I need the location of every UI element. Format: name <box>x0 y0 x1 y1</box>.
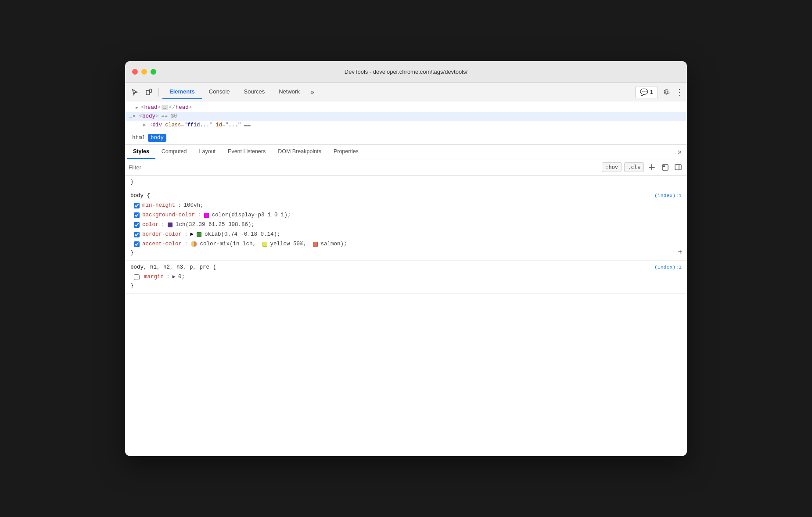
partial-line: ▶ <div class="ff1d..." id="..." ▬▬ <box>125 121 687 129</box>
breadcrumb-bar: html body <box>125 131 687 145</box>
add-property-button[interactable]: + <box>678 248 683 257</box>
style-tab-dom-breakpoints[interactable]: DOM Breakpoints <box>272 145 327 159</box>
top-toolbar: Elements Console Sources Network » 💬 1 <box>125 83 687 101</box>
add-style-rule-button[interactable] <box>647 162 657 172</box>
badge-count: 1 <box>650 89 653 95</box>
hov-button[interactable]: :hov <box>602 162 622 172</box>
color-swatch-color[interactable] <box>168 223 172 227</box>
css-rule-body-closing: } <box>130 249 682 257</box>
style-tab-computed[interactable]: Computed <box>155 145 193 159</box>
main-tabs: Elements Console Sources Network » <box>162 85 633 99</box>
devtools-window: DevTools - developer.chrome.com/tags/dev… <box>125 61 687 456</box>
titlebar: DevTools - developer.chrome.com/tags/dev… <box>125 61 687 83</box>
traffic-lights <box>132 69 156 75</box>
svg-rect-0 <box>146 90 150 95</box>
toggle-sidebar-button[interactable] <box>673 162 683 172</box>
tab-elements[interactable]: Elements <box>162 85 202 99</box>
css-rule-body-headings-closing: } <box>130 282 682 290</box>
css-rule-prev-closing: } <box>125 176 687 189</box>
css-prop-min-height: min-height : 100vh; <box>130 201 682 210</box>
css-prop-color: color : lch(32.39 61.25 308.86); <box>130 220 682 230</box>
css-prop-border-color: border-color : ▶ oklab(0.74 -0.18 0.14); <box>130 230 682 239</box>
style-tab-properties[interactable]: Properties <box>327 145 365 159</box>
device-mode-icon[interactable] <box>143 86 155 98</box>
more-tabs-icon[interactable]: » <box>307 88 318 96</box>
checkbox-accent-color[interactable] <box>134 241 140 247</box>
cls-button[interactable]: .cls <box>624 162 644 172</box>
checkbox-min-height[interactable] <box>134 203 140 208</box>
more-options-button[interactable]: ⋮ <box>675 87 683 97</box>
tab-network[interactable]: Network <box>272 85 307 99</box>
svg-rect-1 <box>150 89 151 93</box>
css-rule-header-body-headings: body, h1, h2, h3, p, pre { (index):1 <box>130 264 682 270</box>
breadcrumb-html[interactable]: html <box>129 134 148 142</box>
css-source-body[interactable]: (index):1 <box>654 193 682 198</box>
checkbox-border-color[interactable] <box>134 232 140 237</box>
more-style-tabs-icon[interactable]: » <box>674 148 685 156</box>
chat-icon: 💬 <box>640 88 648 96</box>
color-swatch-salmon[interactable] <box>313 242 318 247</box>
css-source-body-headings[interactable]: (index):1 <box>654 264 682 270</box>
window-title: DevTools - developer.chrome.com/tags/dev… <box>345 68 467 75</box>
body-row[interactable]: … ▼ <body> == $0 <box>125 112 687 121</box>
filter-bar: :hov .cls <box>125 159 687 176</box>
devtools-body: Elements Console Sources Network » 💬 1 <box>125 83 687 456</box>
filter-input[interactable] <box>129 164 598 171</box>
color-swatch-background[interactable] <box>204 213 209 218</box>
cursor-icon[interactable] <box>129 86 141 98</box>
checkbox-background-color[interactable] <box>134 212 140 218</box>
dollar-zero: == $0 <box>162 113 177 119</box>
checkbox-color[interactable] <box>134 222 140 228</box>
color-swatch-yellow[interactable] <box>262 242 267 247</box>
checkbox-margin[interactable] <box>134 274 140 280</box>
tab-console[interactable]: Console <box>202 85 237 99</box>
close-button[interactable] <box>132 69 138 75</box>
color-swatch-accent-mix[interactable] <box>191 241 197 247</box>
css-selector-body-headings[interactable]: body, h1, h2, h3, p, pre { <box>130 264 216 270</box>
style-tabs: Styles Computed Layout Event Listeners D… <box>125 145 687 159</box>
css-content: } body { (index):1 min-height : 100vh; <box>125 176 687 456</box>
toolbar-right: 💬 1 ⋮ <box>635 86 683 98</box>
css-prop-margin: margin : ▶ 0; <box>130 272 682 282</box>
style-tab-layout[interactable]: Layout <box>193 145 222 159</box>
filter-actions: :hov .cls <box>602 162 683 172</box>
ellipsis-badge[interactable]: … <box>162 105 168 110</box>
css-prop-background-color: background-color : color(display-p3 1 0 … <box>130 210 682 220</box>
css-rule-body-headings: body, h1, h2, h3, p, pre { (index):1 mar… <box>125 261 687 294</box>
svg-rect-4 <box>675 165 681 170</box>
style-tab-styles[interactable]: Styles <box>127 145 155 159</box>
elements-panel: ▶ <head> … </head> … ▼ <body> == $0 ▶ <d… <box>125 101 687 131</box>
settings-button[interactable] <box>661 86 673 98</box>
html-tree: ▶ <head> … </head> … ▼ <body> == $0 ▶ <d… <box>125 101 687 131</box>
svg-rect-2 <box>662 165 668 170</box>
margin-arrow[interactable]: ▶ <box>172 273 176 281</box>
force-element-state-button[interactable] <box>660 162 670 172</box>
css-prop-accent-color: accent-color : color-mix(in lch, yellow … <box>130 239 682 249</box>
maximize-button[interactable] <box>151 69 156 75</box>
color-swatch-border[interactable] <box>197 232 201 237</box>
svg-rect-3 <box>663 165 665 167</box>
css-rule-body: body { (index):1 min-height : 100vh; bac… <box>125 189 687 261</box>
breadcrumb-body[interactable]: body <box>148 134 166 142</box>
chat-badge-button[interactable]: 💬 1 <box>635 86 658 98</box>
head-row[interactable]: ▶ <head> … </head> <box>125 103 687 112</box>
minimize-button[interactable] <box>141 69 147 75</box>
toolbar-divider <box>158 88 159 97</box>
css-rule-header-body: body { (index):1 <box>130 193 682 199</box>
tab-sources[interactable]: Sources <box>237 85 272 99</box>
style-panel: Styles Computed Layout Event Listeners D… <box>125 145 687 456</box>
border-color-arrow[interactable]: ▶ <box>190 230 194 239</box>
css-selector-body[interactable]: body { <box>130 193 150 199</box>
style-tab-event-listeners[interactable]: Event Listeners <box>222 145 272 159</box>
